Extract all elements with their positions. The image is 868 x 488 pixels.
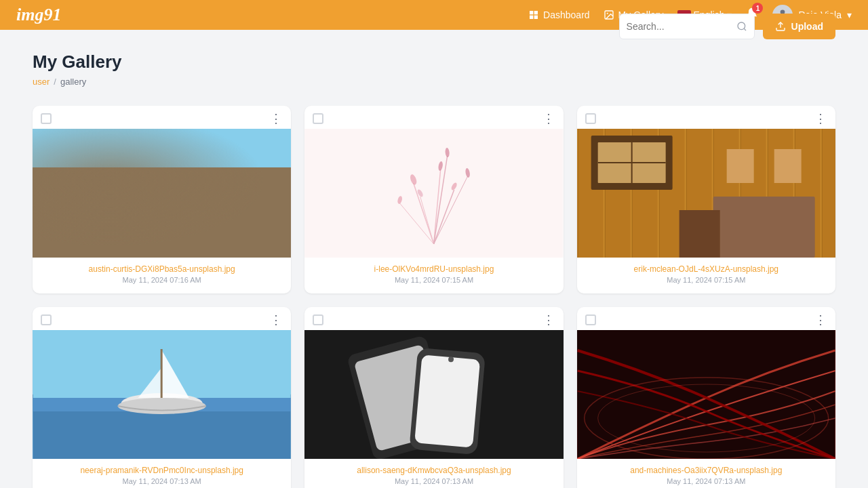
svg-point-5 (606, 13, 608, 14)
svg-rect-48 (713, 197, 814, 258)
card-filename[interactable]: austin-curtis-DGXi8Pbas5a-unsplash.jpg (41, 264, 283, 274)
user-chevron: ▾ (847, 9, 852, 20)
svg-rect-58 (161, 349, 163, 400)
upload-icon (775, 21, 786, 32)
card-filename[interactable]: and-machines-Oa3iix7QVRa-unsplash.jpg (585, 466, 827, 475)
svg-rect-0 (530, 11, 533, 14)
gallery-card: ⋮ allison-saeng-dKmwbcvaQ3a-unsplash.jpg… (304, 307, 563, 488)
gallery-card: ⋮ and-machines-Oa3iix7QVRa-unsplash.jpg … (577, 307, 835, 488)
svg-rect-17 (169, 183, 210, 224)
page-title: My Gallery (33, 52, 122, 73)
dashboard-icon (528, 9, 539, 20)
svg-rect-15 (101, 169, 223, 224)
svg-point-20 (223, 214, 250, 241)
svg-rect-12 (74, 156, 250, 237)
card-image (577, 330, 835, 459)
card-info: i-lee-OlKVo4mrdRU-unsplash.jpg May 11, 2… (304, 258, 563, 293)
svg-point-7 (738, 22, 745, 30)
card-info: erik-mclean-OJdL-4sXUzA-unsplash.jpg May… (577, 258, 835, 293)
main-content: My Gallery user / gallery Upload ⋮ (0, 30, 868, 488)
card-header: ⋮ (577, 106, 835, 129)
card-info: austin-curtis-DGXi8Pbas5a-unsplash.jpg M… (33, 258, 291, 293)
breadcrumb-separator: / (54, 77, 56, 87)
card-filename[interactable]: neeraj-pramanik-RVDnPmc0Inc-unsplash.jpg (41, 466, 283, 475)
card-filename[interactable]: allison-saeng-dKmwbcvaQ3a-unsplash.jpg (313, 466, 555, 475)
svg-rect-50 (774, 149, 801, 183)
card-filename[interactable]: erik-mclean-OJdL-4sXUzA-unsplash.jpg (585, 264, 827, 274)
card-image (304, 129, 563, 258)
svg-rect-14 (81, 163, 243, 169)
card-info: and-machines-Oa3iix7QVRa-unsplash.jpg Ma… (577, 459, 835, 488)
svg-rect-64 (414, 354, 480, 447)
gallery-card: ⋮ neeraj-pramanik-RVDnPmc0Inc-unsplash.j… (33, 307, 291, 488)
upload-button[interactable]: Upload (763, 14, 835, 39)
card-menu-button[interactable]: ⋮ (542, 113, 555, 125)
card-checkbox[interactable] (41, 113, 52, 124)
upload-label: Upload (791, 21, 823, 32)
card-date: May 11, 2024 07:13 AM (313, 477, 555, 485)
gallery-card: ⋮ TEA STALL austin-curtis-DGXi8Pbas5a-un… (33, 106, 291, 293)
card-filename[interactable]: i-lee-OlKVo4mrdRU-unsplash.jpg (313, 264, 555, 274)
card-checkbox[interactable] (313, 113, 323, 124)
card-menu-button[interactable]: ⋮ (270, 314, 283, 326)
card-menu-button[interactable]: ⋮ (814, 113, 827, 125)
svg-point-19 (81, 217, 94, 230)
notification-badge: 1 (752, 3, 763, 14)
app-logo: img91 (16, 5, 61, 25)
card-header: ⋮ (304, 307, 563, 330)
svg-line-8 (744, 28, 746, 30)
card-date: May 11, 2024 07:15 AM (585, 276, 827, 284)
card-checkbox[interactable] (313, 314, 323, 325)
card-date: May 11, 2024 07:15 AM (313, 276, 555, 284)
svg-rect-24 (305, 129, 563, 258)
card-menu-button[interactable]: ⋮ (542, 314, 555, 326)
card-date: May 11, 2024 07:16 AM (41, 276, 283, 284)
toolbar: Upload (619, 14, 835, 39)
svg-rect-3 (534, 16, 538, 19)
dashboard-nav-item[interactable]: Dashboard (528, 9, 590, 20)
svg-rect-16 (115, 183, 155, 224)
svg-point-18 (71, 207, 104, 241)
gallery-icon (604, 9, 614, 20)
card-header: ⋮ (577, 307, 835, 330)
card-header: ⋮ (33, 106, 291, 129)
svg-rect-10 (33, 129, 291, 258)
card-date: May 11, 2024 07:13 AM (41, 477, 283, 485)
card-image (304, 330, 563, 459)
svg-rect-1 (534, 11, 538, 14)
card-menu-button[interactable]: ⋮ (814, 314, 827, 326)
svg-rect-23 (257, 169, 262, 237)
svg-rect-49 (726, 149, 753, 183)
card-info: allison-saeng-dKmwbcvaQ3a-unsplash.jpg M… (304, 459, 563, 488)
svg-rect-22 (60, 169, 66, 237)
search-input[interactable] (627, 21, 731, 32)
card-info: neeraj-pramanik-RVDnPmc0Inc-unsplash.jpg… (33, 459, 291, 488)
card-checkbox[interactable] (41, 314, 52, 325)
breadcrumb: user / gallery (33, 77, 122, 87)
svg-rect-2 (530, 16, 533, 19)
gallery-card: ⋮ (304, 106, 563, 293)
card-header: ⋮ (33, 307, 291, 330)
gallery-card: ⋮ erik-mclean-OJdL-4sX (577, 106, 835, 293)
notification-button[interactable]: 1 (745, 7, 759, 23)
dashboard-label: Dashboard (543, 9, 590, 20)
search-box[interactable] (619, 14, 755, 39)
card-date: May 11, 2024 07:13 AM (585, 477, 827, 485)
svg-rect-11 (33, 190, 291, 258)
card-checkbox[interactable] (585, 113, 596, 124)
card-checkbox[interactable] (585, 314, 596, 325)
card-image: TEA STALL (33, 129, 291, 258)
svg-rect-13 (87, 149, 237, 163)
svg-rect-51 (679, 210, 719, 258)
card-image (33, 330, 291, 459)
card-image (577, 129, 835, 258)
svg-point-59 (118, 398, 206, 414)
card-menu-button[interactable]: ⋮ (270, 113, 283, 125)
breadcrumb-user-link[interactable]: user (33, 77, 50, 87)
svg-text:TEA STALL: TEA STALL (121, 201, 173, 212)
breadcrumb-gallery: gallery (60, 77, 86, 87)
gallery-grid: ⋮ TEA STALL austin-curtis-DGXi8Pbas5a-un… (33, 106, 835, 488)
card-header: ⋮ (304, 106, 563, 129)
